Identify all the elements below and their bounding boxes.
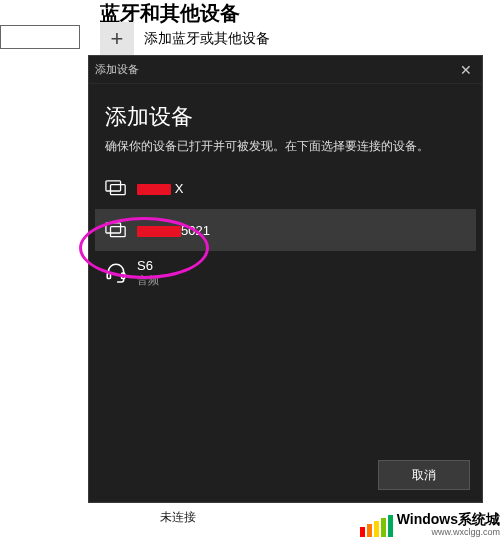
headset-icon: [105, 263, 127, 281]
svg-rect-3: [111, 226, 126, 236]
add-device-label: 添加蓝牙或其他设备: [144, 30, 270, 48]
watermark: Windows系统城 www.wxclgg.com: [358, 511, 500, 541]
device-item[interactable]: S6 音频: [95, 251, 476, 293]
dialog-subtitle: 确保你的设备已打开并可被发现。在下面选择要连接的设备。: [105, 138, 466, 155]
device-name: X: [137, 181, 183, 196]
footer-status: 未连接: [160, 509, 196, 526]
dialog-titlebar-text: 添加设备: [95, 62, 139, 77]
watermark-logo-icon: [358, 515, 393, 537]
watermark-title: Windows系统城: [397, 513, 500, 526]
cancel-button[interactable]: 取消: [378, 460, 470, 490]
display-icon: [105, 179, 127, 197]
device-item[interactable]: 5021: [95, 209, 476, 251]
dialog-heading: 添加设备: [105, 102, 466, 132]
device-name: S6: [137, 258, 159, 273]
device-item[interactable]: X: [95, 167, 476, 209]
device-subtype: 音频: [137, 273, 159, 287]
add-device-row[interactable]: + 添加蓝牙或其他设备: [100, 22, 270, 56]
device-name: 5021: [137, 223, 210, 238]
device-list: X 5021 S6 音频: [105, 167, 466, 293]
display-icon: [105, 221, 127, 239]
watermark-url: www.wxclgg.com: [397, 526, 500, 539]
settings-search-input[interactable]: [0, 25, 80, 49]
svg-rect-0: [106, 181, 121, 191]
plus-icon: +: [100, 22, 134, 56]
svg-rect-2: [106, 223, 121, 233]
dialog-titlebar: 添加设备 ✕: [89, 56, 482, 84]
close-icon[interactable]: ✕: [456, 62, 476, 78]
add-device-dialog: 添加设备 ✕ 添加设备 确保你的设备已打开并可被发现。在下面选择要连接的设备。 …: [88, 55, 483, 503]
svg-rect-1: [111, 184, 126, 194]
